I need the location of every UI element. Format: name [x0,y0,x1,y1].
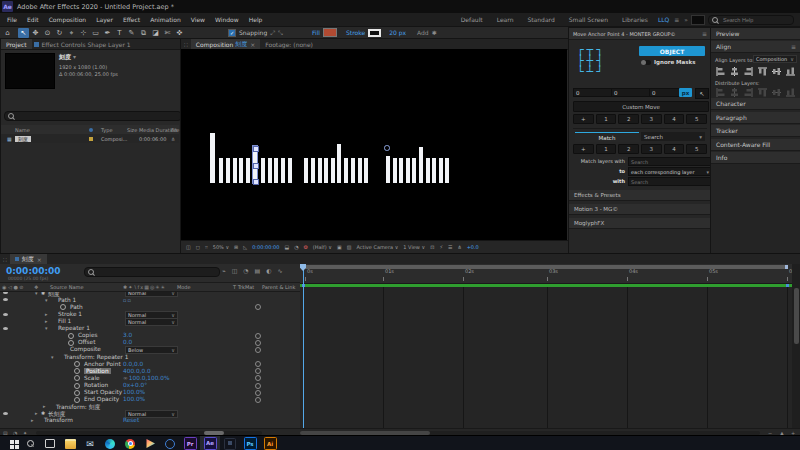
twirl-icon[interactable]: ▸ [45,318,48,324]
link-icon[interactable]: ∞ [123,375,128,381]
twirl-icon[interactable]: ▾ [45,297,48,303]
type-tool[interactable]: T [114,28,125,38]
timeline-row-transform-repeater-1[interactable]: ▾Transform: Repeater 1 [0,353,300,360]
vscroll-thumb[interactable] [794,288,799,344]
property-name[interactable]: Path 1 [58,297,76,303]
align-bottom-icon[interactable] [786,67,795,76]
motion-blur-icon[interactable]: ◐ [266,267,271,274]
frame-blending-icon[interactable]: ▤ [255,267,261,274]
property-value[interactable]: ∞100.0,100.0% [123,375,169,381]
brush-tool[interactable]: ✎ [126,28,137,38]
timeline-row-start-opacity[interactable]: Start Opacity100.0% [0,389,300,396]
work-area-end-handle[interactable] [785,265,788,269]
hand-tool[interactable]: ✥ [30,28,41,38]
help-search-input[interactable] [721,16,785,24]
timeline-row-transform-刻度[interactable]: ▸Transform: 刻度 [0,403,300,410]
property-name[interactable]: Fill 1 [58,318,71,324]
z-offset-input[interactable]: 0 [649,88,681,97]
taskbar-edge[interactable] [100,436,120,450]
corresponding-select[interactable]: each corresponding layer▾ [628,167,712,176]
channels-icon[interactable]: ❂ [304,244,308,250]
menu-effect[interactable]: Effect [118,16,145,23]
pixel-aspect-icon[interactable]: ⊡ [430,244,434,250]
panel-moglyphfx[interactable]: MoglyphFX [569,218,710,229]
property-name[interactable]: Transform [44,417,73,423]
align-left-icon[interactable] [716,67,725,76]
roto-brush-tool[interactable]: ✄ [162,28,173,38]
menu-view[interactable]: View [186,16,210,23]
fast-previews-icon[interactable]: ⚡ [439,244,443,250]
col-source-name[interactable]: Source Name [50,284,84,290]
move-button-1[interactable]: 1 [596,114,617,124]
twirl-icon[interactable]: ▸ [35,410,38,416]
timeline-row-rotation[interactable]: Rotation0x+0.0° [0,381,300,388]
taskbar-premiere-pro[interactable]: Pr [180,436,200,450]
tab-effect-controls[interactable]: Effect Controls Shape Layer 1 [41,39,136,49]
taskbar-chrome[interactable] [120,436,140,450]
panel-align[interactable]: Align≡ [711,41,800,53]
workspace-overflow[interactable]: » [681,16,691,23]
taskbar-illustrator[interactable]: Ai [260,436,280,450]
col-parent-link[interactable]: Parent & Link [262,284,295,290]
pen-tool[interactable]: ✒ [102,28,113,38]
panel-effects-presets[interactable]: Effects & Presets [569,190,710,201]
panel-menu-icon[interactable]: ≡ [702,30,707,37]
workspace-tab-learn[interactable]: Learn [490,16,521,23]
twirl-icon[interactable]: ▾ [51,354,54,360]
property-name[interactable]: Offset [78,339,95,345]
taskbar-mail[interactable]: ✉ [80,436,100,450]
eraser-tool[interactable]: ◪ [150,28,161,38]
property-name[interactable]: Rotation [84,382,108,388]
taskbar-search[interactable] [20,436,40,450]
col-trkmat[interactable]: T TrkMat [233,284,254,290]
panel-menu-icon[interactable]: ∷ [181,41,191,48]
timeline-vscrollbar[interactable] [792,264,800,428]
move-button-5[interactable]: 5 [686,114,707,124]
property-name[interactable]: Copies [78,332,97,338]
timeline-row-scale[interactable]: Scale∞100.0,100.0% [0,374,300,381]
shy-icon[interactable]: ◔ [243,267,248,274]
panel-menu-icon[interactable]: ∷ [0,256,10,263]
composition-flowchart-icon[interactable]: ⌁ [222,267,226,274]
property-value[interactable]: 3.0 [123,332,132,338]
help-search[interactable] [708,15,794,25]
menu-help[interactable]: Help [244,16,268,23]
property-name[interactable]: Path [70,304,83,310]
timeline-row-anchor-point[interactable]: Anchor Point0.0,0.0 [0,360,300,367]
align-right-icon[interactable] [744,67,753,76]
match-button-2[interactable]: 2 [618,144,639,154]
timeline-row-position[interactable]: Position400.0,0.0 [0,367,300,374]
property-value[interactable]: 0.0 [123,339,132,345]
timeline-row-end-opacity[interactable]: End Opacity100.0% [0,396,300,403]
panel-character[interactable]: Character [711,98,800,110]
property-name[interactable]: Stroke 1 [58,311,82,317]
current-timecode[interactable]: 0:00:00:00 [6,266,61,276]
taskbar-media-app[interactable] [140,436,160,450]
distribute-align-right-icon[interactable] [744,88,753,97]
twirl-icon[interactable]: ▾ [45,325,48,331]
taskbar-capture-app[interactable] [160,436,180,450]
timeline-row-path[interactable]: Path [0,303,300,310]
exposure-value[interactable]: +0.0 [467,244,479,250]
ignore-masks-toggle[interactable]: Ignore Masks [641,59,695,65]
timeline-row-长刻度[interactable]: ▸✱长刻度Normal∨ [0,410,300,417]
resolution-select[interactable]: (Half) ∨ [313,244,332,250]
taskbar-after-effects[interactable]: Ae [200,436,220,450]
property-value[interactable]: 100.0% [123,396,145,402]
clone-stamp-tool[interactable]: ⧉ [138,28,149,38]
pick-button[interactable]: ↖ [695,88,709,99]
roi-icon[interactable]: ▣ [337,244,342,250]
col-mode[interactable]: Mode [177,284,191,290]
timeline-row-repeater-1[interactable]: ▾Repeater 1 [0,325,300,332]
project-row-name[interactable]: 刻度 [15,136,31,142]
mask-icon[interactable]: ◺ [243,244,247,250]
timeline-row-copies[interactable]: Copies3.0 [0,332,300,339]
match-button-4[interactable]: 4 [664,144,685,154]
move-button-2[interactable]: 2 [618,114,639,124]
match-tab[interactable]: Match [575,132,639,142]
path-direction-icons[interactable]: ▫▫ [123,297,132,303]
panel-content-aware-fill[interactable]: Content-Aware Fill [711,139,800,151]
align-target-select[interactable]: Composition∨ [753,55,797,63]
search-tab[interactable]: Search▾ [641,132,705,141]
menu-file[interactable]: File [2,16,22,23]
